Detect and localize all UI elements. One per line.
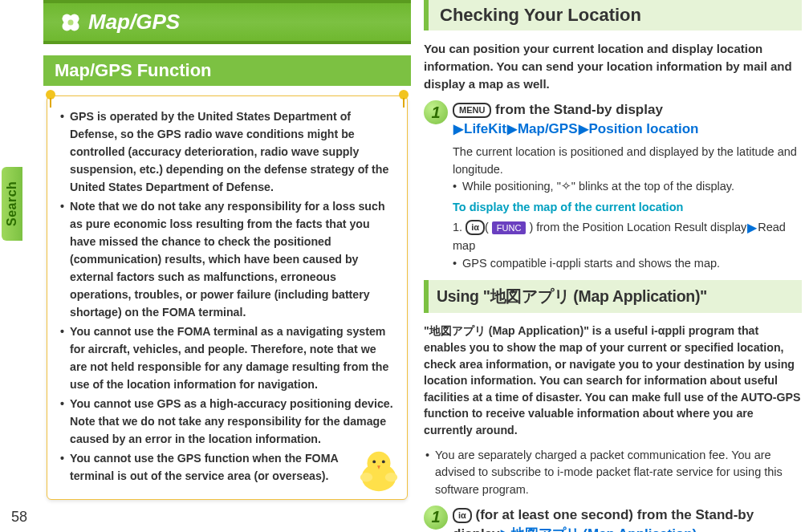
map-display-subheading: To display the map of the current locati…	[453, 199, 802, 217]
step-1-details: The current location is positioned and d…	[453, 144, 802, 273]
nav-position-location: Position location	[589, 121, 699, 136]
right-column: Checking Your Location You can position …	[417, 0, 805, 532]
svg-point-13	[385, 473, 397, 482]
section-heading-using-map-app: Using "地図アプリ (Map Application)"	[424, 280, 802, 313]
step-1-prefix: from the Stand-by display	[491, 102, 662, 117]
nav-map-gps: Map/GPS	[518, 121, 578, 136]
caution-item: You cannot use the GPS function when the…	[60, 449, 394, 485]
svg-point-12	[360, 473, 372, 482]
left-column: Map/GPS Map/GPS Function GPS is operated…	[40, 0, 417, 532]
breadcrumb-arrow-icon: ▶	[507, 120, 517, 138]
manual-page: Search 58 Map/GPS Map/GPS Function	[0, 0, 805, 532]
svg-point-8	[368, 452, 391, 475]
substep-2: GPS compatible i-αppli starts and shows …	[453, 255, 802, 273]
nav-lifekit: LifeKit	[464, 121, 506, 136]
caution-card: GPS is operated by the United States Dep…	[47, 95, 408, 500]
breadcrumb-arrow-icon: ▶	[579, 120, 588, 138]
step-1-map-app: 1 iα (for at least one second) from the …	[424, 506, 802, 532]
caution-item: You cannot use GPS as a high-accuracy po…	[60, 395, 394, 448]
step-1-instruction: MENU from the Stand-by display ▶LifeKit▶…	[453, 100, 802, 139]
nav-map-application: 地図アプリ (Map Application)	[511, 526, 697, 532]
step-1-map-app-instruction: iα (for at least one second) from the St…	[453, 506, 802, 532]
sidebar: Search 58	[0, 0, 40, 532]
ir-key-icon: iα	[466, 220, 485, 235]
caution-item: GPS is operated by the United States Dep…	[60, 108, 394, 196]
svg-point-9	[372, 460, 376, 463]
chapter-banner: Map/GPS	[43, 0, 411, 44]
step-number-1: 1	[424, 100, 448, 124]
substep-1: 1. iα( FUNC ) from the Position Location…	[453, 218, 802, 255]
clover-icon	[59, 11, 82, 34]
step-number-1: 1	[424, 506, 448, 530]
packet-fee-note: You are separately charged a packet comm…	[424, 447, 802, 499]
step-1: 1 MENU from the Stand-by display ▶LifeKi…	[424, 100, 802, 139]
svg-point-4	[68, 19, 74, 25]
page-number: 58	[11, 509, 27, 526]
pin-icon	[44, 90, 57, 109]
chick-icon	[356, 448, 402, 494]
substep-1-number: 1.	[453, 221, 466, 234]
caution-item: You cannot use the FOMA terminal as a na…	[60, 323, 394, 393]
caution-item: Note that we do not take any responsibil…	[60, 197, 394, 321]
menu-key-icon: MENU	[453, 103, 491, 118]
func-badge: FUNC	[492, 221, 527, 235]
section-heading-map-gps-function: Map/GPS Function	[43, 55, 411, 86]
step-1-body: The current location is positioned and d…	[453, 144, 802, 179]
step-1-note: While positioning, "✧" blinks at the top…	[453, 178, 802, 196]
chapter-title: Map/GPS	[88, 10, 180, 34]
search-tab: Search	[2, 167, 22, 241]
breadcrumb-arrow-icon: ▶	[453, 120, 463, 138]
using-map-app-intro: "地図アプリ (Map Application)" is a useful i-…	[424, 323, 802, 438]
svg-point-10	[382, 460, 385, 463]
caution-list: GPS is operated by the United States Dep…	[60, 108, 394, 485]
breadcrumb-arrow-icon: ▶	[501, 526, 510, 532]
pin-icon	[397, 90, 410, 109]
ir-key-icon: iα	[453, 508, 472, 523]
breadcrumb-arrow-icon: ▶	[747, 218, 757, 238]
section-heading-checking-location: Checking Your Location	[424, 0, 802, 30]
checking-location-intro: You can position your current location a…	[424, 40, 802, 92]
substep-1-text: from the Position Location Result displa…	[533, 221, 746, 234]
